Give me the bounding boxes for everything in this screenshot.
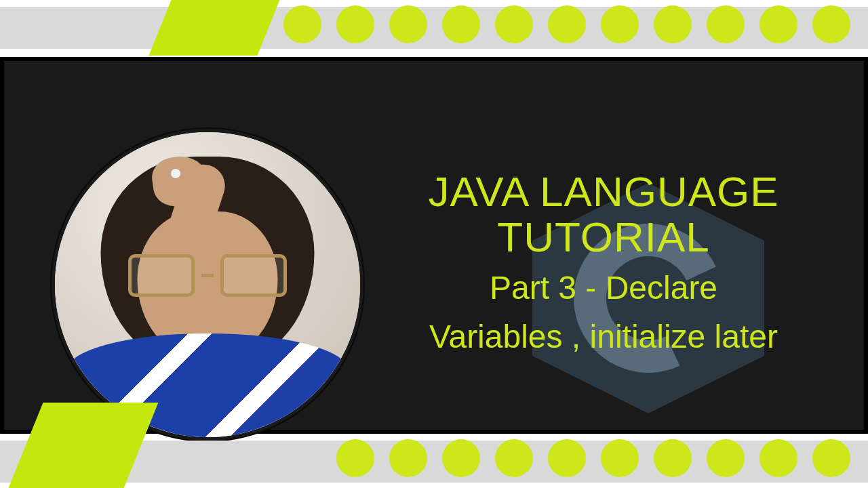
glasses-icon xyxy=(128,254,287,297)
title-line-1: JAVA LANGUAGE xyxy=(370,169,837,215)
top-dots-row xyxy=(283,5,850,43)
title-line-2: TUTORIAL xyxy=(370,215,837,260)
presenter-illustration xyxy=(55,132,360,437)
decor-dot xyxy=(548,439,586,477)
decor-dot xyxy=(495,5,533,43)
decor-dot xyxy=(336,5,374,43)
bottom-dots-row xyxy=(336,439,850,477)
decor-dot xyxy=(548,5,586,43)
decor-dot xyxy=(601,5,639,43)
subtitle-line-2: Variables , initialize later xyxy=(370,316,837,358)
decor-dot xyxy=(654,5,692,43)
subtitle-line-1: Part 3 - Declare xyxy=(370,267,837,309)
presenter-portrait xyxy=(52,129,363,441)
decor-dot xyxy=(283,5,321,43)
decor-dot xyxy=(336,439,374,477)
decor-dot xyxy=(654,439,692,477)
main-black-band: JAVA LANGUAGE TUTORIAL Part 3 - Declare … xyxy=(0,57,868,434)
decor-dot xyxy=(442,439,480,477)
decor-dot xyxy=(812,439,850,477)
decor-dot xyxy=(760,439,797,477)
decor-dot xyxy=(707,439,745,477)
decor-dot xyxy=(812,5,850,43)
thumbnail-stage: JAVA LANGUAGE TUTORIAL Part 3 - Declare … xyxy=(0,0,868,488)
top-accent-parallelogram xyxy=(149,0,279,56)
decor-dot xyxy=(389,439,427,477)
decor-dot xyxy=(601,439,639,477)
decor-dot xyxy=(707,5,745,43)
decor-dot xyxy=(495,439,533,477)
title-block: JAVA LANGUAGE TUTORIAL Part 3 - Declare … xyxy=(370,169,837,359)
decor-dot xyxy=(442,5,480,43)
decor-dot xyxy=(760,5,797,43)
decor-dot xyxy=(389,5,427,43)
